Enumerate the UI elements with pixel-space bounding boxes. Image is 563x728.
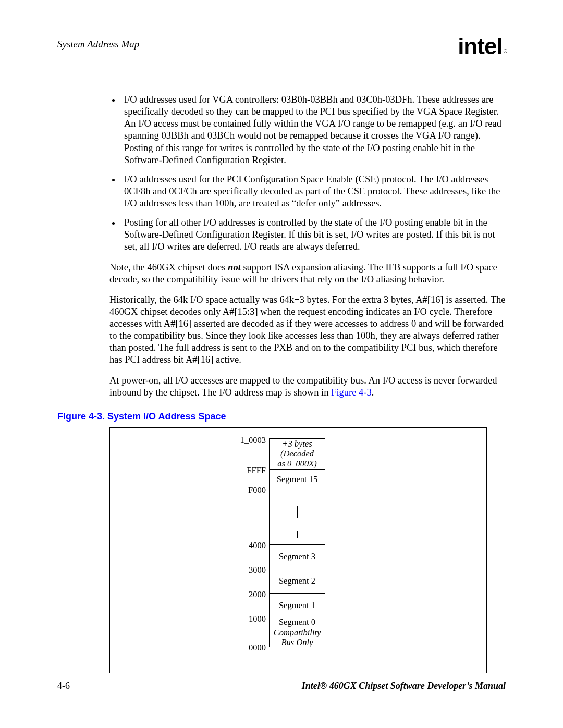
cell-seg0: Segment 0 Compatibility Bus Only xyxy=(270,618,325,647)
text: Bus Only xyxy=(282,637,313,647)
bullet-list: I/O addresses used for VGA controllers: … xyxy=(109,94,506,253)
history-paragraph: Historically, the 64k I/O space actually… xyxy=(109,294,506,366)
addr-FFFF: FFFF xyxy=(247,465,266,476)
text: as 0_000X) xyxy=(277,459,317,468)
addr-2000: 2000 xyxy=(249,589,266,600)
cell-plus3: +3 bytes (Decoded as 0_000X) xyxy=(270,438,325,470)
bullet-item: I/O addresses used for the PCI Configura… xyxy=(121,174,506,209)
addr-1000: 1000 xyxy=(249,614,266,624)
text: (Decoded xyxy=(280,449,314,459)
text: Segment 0 xyxy=(279,617,315,627)
addr-F000: F000 xyxy=(248,485,266,496)
address-column: +3 bytes (Decoded as 0_000X) Segment 15 … xyxy=(269,438,325,647)
cell-seg15: Segment 15 xyxy=(270,470,325,489)
addr-3000: 3000 xyxy=(249,565,266,575)
text: Note, the 460GX chipset does xyxy=(109,262,228,273)
poweron-paragraph: At power-on, all I/O accesses are mapped… xyxy=(109,375,506,399)
manual-title: Intel® 460GX Chipset Software Developer’… xyxy=(302,681,506,692)
intel-logo: intel® xyxy=(458,33,506,59)
figure-frame: +3 bytes (Decoded as 0_000X) Segment 15 … xyxy=(109,427,487,673)
section-title: System Address Map xyxy=(57,39,139,50)
cell-ellipsis xyxy=(270,489,325,545)
bullet-item: I/O addresses used for VGA controllers: … xyxy=(121,94,506,166)
note-paragraph: Note, the 460GX chipset does not support… xyxy=(109,262,506,286)
text: At power-on, all I/O accesses are mapped… xyxy=(109,375,497,398)
page: System Address Map intel® I/O addresses … xyxy=(0,0,563,728)
io-address-diagram: +3 bytes (Decoded as 0_000X) Segment 15 … xyxy=(232,438,378,662)
cell-seg2: Segment 2 xyxy=(270,569,325,594)
page-footer: 4-6 Intel® 460GX Chipset Software Develo… xyxy=(57,681,506,692)
addr-1_0003: 1_0003 xyxy=(240,435,266,446)
text: +3 bytes xyxy=(282,439,312,449)
addr-4000: 4000 xyxy=(249,540,266,551)
cell-seg1: Segment 1 xyxy=(270,594,325,618)
figure-link[interactable]: Figure 4-3 xyxy=(331,387,372,398)
text: . xyxy=(372,387,374,398)
text: Compatibility xyxy=(274,627,321,637)
emph-not: not xyxy=(228,262,241,273)
bullet-item: Posting for all other I/O addresses is c… xyxy=(121,217,506,253)
cell-seg3: Segment 3 xyxy=(270,545,325,569)
page-header: System Address Map intel® xyxy=(57,39,506,65)
figure-caption: Figure 4-3. System I/O Address Space xyxy=(57,411,506,422)
body-content: I/O addresses used for VGA controllers: … xyxy=(109,94,506,399)
page-number: 4-6 xyxy=(57,681,70,692)
addr-0000: 0000 xyxy=(249,643,266,653)
